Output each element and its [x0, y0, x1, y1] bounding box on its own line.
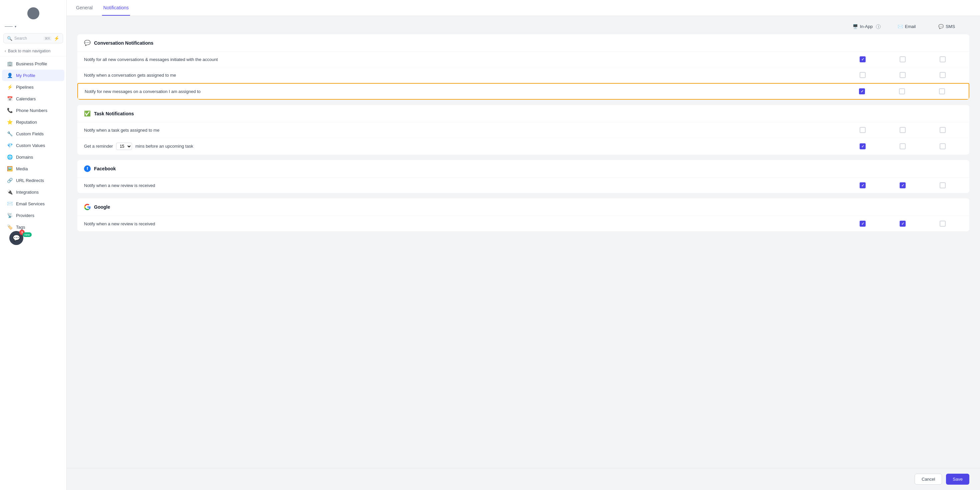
sidebar-item-integrations[interactable]: 🔌 Integrations: [2, 186, 64, 198]
checkbox-email[interactable]: [900, 221, 906, 227]
checkbox-sms[interactable]: [940, 127, 946, 133]
tab-general[interactable]: General: [75, 0, 94, 16]
checkbox-email[interactable]: [900, 143, 906, 150]
sidebar-item-pipelines[interactable]: ⚡ Pipelines: [2, 81, 64, 93]
sidebar-item-media[interactable]: 🖼️ Media: [2, 163, 64, 174]
checkbox-cell-in-app: [843, 221, 883, 227]
checkboxes: [843, 182, 963, 188]
section-title-google: Google: [94, 204, 110, 210]
section-task-notifications: ✅ Task Notifications Notify when a task …: [77, 105, 969, 155]
checkbox-sms[interactable]: [940, 72, 946, 78]
back-arrow-icon: ‹: [5, 49, 6, 53]
checkbox-email[interactable]: [900, 56, 906, 62]
sidebar-item-label: Pipelines: [16, 85, 34, 90]
checkbox-sms[interactable]: [940, 221, 946, 227]
chat-icon: 💬: [13, 234, 20, 242]
sidebar-item-providers[interactable]: 📡 Providers: [2, 210, 64, 221]
sidebar-item-label: My Profile: [16, 73, 35, 78]
task-section-icon: ✅: [84, 110, 91, 117]
checkbox-email[interactable]: [900, 72, 906, 78]
checkboxes: [843, 72, 963, 78]
checkbox-cell-in-app: [843, 182, 883, 188]
checkbox-email[interactable]: [900, 182, 906, 188]
account-selector[interactable]: ------ ▾: [0, 21, 66, 32]
checkbox-in-app[interactable]: [860, 72, 865, 78]
my-profile-icon: 👤: [7, 72, 13, 78]
sidebar-item-custom-values[interactable]: 💎 Custom Values: [2, 140, 64, 151]
notif-label: Notify for all new conversations & messa…: [84, 57, 843, 62]
checkbox-cell-sms: [923, 182, 963, 188]
tab-notifications[interactable]: Notifications: [102, 0, 130, 16]
save-button[interactable]: Save: [946, 474, 969, 485]
sidebar-item-calendars[interactable]: 📅 Calendars: [2, 93, 64, 104]
notif-row-reminder: Get a reminder 15 30 60 mins before an u…: [77, 138, 969, 155]
checkbox-in-app[interactable]: [860, 143, 865, 150]
avatar: [27, 7, 39, 19]
back-to-main-nav[interactable]: ‹ Back to main navigation: [0, 46, 66, 56]
email-icon: ✉️: [898, 24, 903, 29]
sidebar-item-email-services[interactable]: ✉️ Email Services: [2, 198, 64, 209]
sidebar-item-business-profile[interactable]: 🏢 Business Profile: [2, 58, 64, 69]
checkbox-in-app[interactable]: [860, 182, 865, 188]
search-icon: 🔍: [7, 36, 12, 41]
sidebar-item-url-redirects[interactable]: 🔗 URL Redirects: [2, 175, 64, 186]
checkbox-email[interactable]: [900, 127, 906, 133]
checkbox-cell-email: [882, 88, 922, 94]
notif-row-google-review: Notify when a new review is received: [77, 216, 969, 231]
cancel-button[interactable]: Cancel: [915, 474, 942, 485]
sidebar-item-label: Email Services: [16, 201, 45, 206]
checkbox-cell-email: [883, 182, 923, 188]
checkbox-cell-in-app: [843, 127, 883, 133]
section-title-facebook: Facebook: [94, 166, 116, 171]
notif-row-fb-review: Notify when a new review is received: [77, 178, 969, 193]
info-icon[interactable]: ℹ: [876, 24, 881, 29]
sidebar-item-my-profile[interactable]: 👤 My Profile: [2, 70, 64, 81]
reminder-select[interactable]: 15 30 60: [116, 143, 132, 150]
sidebar-item-label: Media: [16, 166, 28, 171]
back-nav-label: Back to main navigation: [8, 49, 50, 53]
checkbox-in-app[interactable]: [860, 56, 865, 62]
checkbox-cell-in-app: [843, 143, 883, 150]
top-tabs: General Notifications: [67, 0, 980, 16]
sidebar-item-reputation[interactable]: ⭐ Reputation: [2, 116, 64, 128]
sidebar-item-domains[interactable]: 🌐 Domains: [2, 151, 64, 163]
main-content: General Notifications 🖥️ In-App ℹ ✉️ Ema…: [67, 0, 980, 490]
sms-icon: 💬: [938, 24, 943, 29]
checkbox-sms[interactable]: [940, 56, 946, 62]
checkboxes: [843, 127, 963, 133]
checkbox-sms[interactable]: [940, 143, 946, 150]
checkbox-sms[interactable]: [939, 88, 945, 94]
notif-row-assigned-conversation: Notify when a conversation gets assigned…: [77, 67, 969, 83]
section-title-conversation: Conversation Notifications: [94, 40, 153, 46]
notif-label: Notify when a new review is received: [84, 183, 843, 188]
checkbox-in-app[interactable]: [860, 127, 865, 133]
sidebar-item-tags[interactable]: 🏷️ Tags: [2, 221, 64, 233]
checkbox-email[interactable]: [899, 88, 905, 94]
checkbox-cell-email: [883, 221, 923, 227]
integrations-icon: 🔌: [7, 189, 13, 195]
chat-button[interactable]: 💬 3 new: [10, 231, 23, 245]
col-header-sms: 💬 SMS: [927, 24, 967, 29]
custom-values-icon: 💎: [7, 142, 13, 148]
account-name: ------: [5, 24, 13, 29]
facebook-icon: f: [84, 165, 91, 172]
notif-row-all-conversations: Notify for all new conversations & messa…: [77, 52, 969, 67]
checkboxes: [843, 143, 963, 150]
phone-numbers-icon: 📞: [7, 107, 13, 113]
checkbox-in-app[interactable]: [859, 88, 865, 94]
sidebar-item-custom-fields[interactable]: 🔧 Custom Fields: [2, 128, 64, 139]
checkbox-cell-email: [883, 56, 923, 62]
notif-label: Notify when a task gets assigned to me: [84, 128, 843, 133]
notif-row-task-assigned: Notify when a task gets assigned to me: [77, 123, 969, 138]
sidebar-item-phone-numbers[interactable]: 📞 Phone Numbers: [2, 105, 64, 116]
custom-fields-icon: 🔧: [7, 130, 13, 137]
checkbox-cell-in-app: [843, 72, 883, 78]
search-bar[interactable]: 🔍 Search ⌘K ⚡: [3, 33, 63, 43]
checkbox-cell-sms: [923, 72, 963, 78]
checkbox-sms[interactable]: [940, 182, 946, 188]
checkbox-cell-sms: [923, 221, 963, 227]
checkbox-cell-email: [883, 72, 923, 78]
section-conversation-notifications: 💬 Conversation Notifications Notify for …: [77, 34, 969, 100]
checkbox-in-app[interactable]: [860, 221, 865, 227]
reputation-icon: ⭐: [7, 119, 13, 125]
